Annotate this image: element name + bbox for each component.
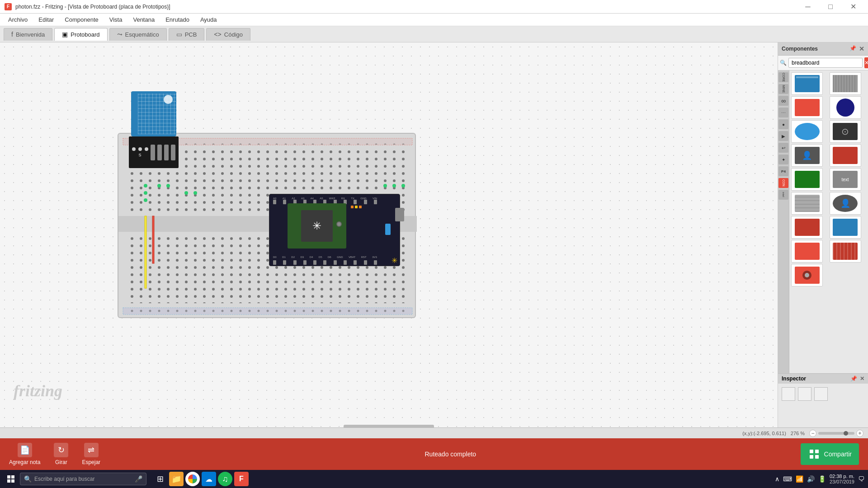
cat-play[interactable]: ▶ <box>778 131 788 141</box>
menu-archivo[interactable]: Archivo <box>4 14 32 25</box>
taskbar-chrome[interactable] <box>185 472 200 486</box>
menu-componente[interactable]: Componente <box>60 14 103 25</box>
inspector-swatch-3[interactable] <box>814 387 828 401</box>
cat-intel[interactable]: intel <box>778 190 788 200</box>
menu-editar[interactable]: Editar <box>34 14 58 25</box>
taskbar-fritzing[interactable]: F <box>234 472 249 486</box>
tab-icon-esquematico: ⤳ <box>117 31 123 38</box>
svg-rect-61 <box>145 216 146 288</box>
windows-square-3 <box>7 479 10 483</box>
cat-p4[interactable]: P4 <box>778 166 788 176</box>
window-controls: ─ □ ✕ <box>797 0 863 14</box>
components-close-icon[interactable]: ✕ <box>859 45 864 52</box>
tab-codigo[interactable]: <> Código <box>206 28 250 41</box>
menu-vista[interactable]: Vista <box>105 14 127 25</box>
tray-network-icon[interactable]: 📶 <box>796 475 803 483</box>
zoom-in-button[interactable]: + <box>856 430 863 437</box>
taskbar-tray: ∧ ⌨ 📶 🔊 🔋 02:38 p. m. 23/07/2019 🗨 <box>775 474 864 484</box>
close-button[interactable]: ✕ <box>843 0 863 14</box>
comp-item-13[interactable] <box>791 216 823 239</box>
fritzing-logo: fritzing <box>14 381 62 400</box>
tray-battery-icon[interactable]: 🔋 <box>818 475 826 483</box>
tab-protoboard[interactable]: ▣ Protoboard <box>54 28 107 41</box>
espejar-icon: ⇌ <box>84 443 99 457</box>
inspector-close-icon[interactable]: ✕ <box>860 375 864 382</box>
comp-item-16[interactable] <box>830 240 861 263</box>
components-panel-header: Componentes 📌 ✕ <box>778 42 868 56</box>
comp-item-1[interactable] <box>791 72 823 95</box>
comp-item-15[interactable] <box>791 240 823 263</box>
taskbar-onedrive[interactable]: ☁ <box>202 472 216 486</box>
comp-item-8[interactable] <box>830 144 861 167</box>
girar-button[interactable]: ↻ Girar <box>54 443 68 465</box>
tray-chevron-icon[interactable]: ∧ <box>775 475 779 483</box>
svg-point-72 <box>401 184 405 188</box>
tab-esquematico[interactable]: ⤳ Esquemático <box>109 28 167 41</box>
share-button[interactable]: Compartir <box>801 443 859 465</box>
agregar-nota-button[interactable]: 📄 Agregar nota <box>9 443 40 465</box>
app-icon: F <box>5 3 12 10</box>
system-clock[interactable]: 02:38 p. m. 23/07/2019 <box>830 474 854 484</box>
components-grid: ⊙ 👤 text 👤 <box>789 70 868 373</box>
comp-item-2[interactable] <box>830 72 861 95</box>
comp-item-3[interactable] <box>791 96 823 119</box>
cat-mine[interactable]: MINE <box>778 84 788 94</box>
dht-sensor[interactable]: S <box>127 91 181 168</box>
inspector-swatch-2[interactable] <box>798 387 811 401</box>
canvas-area[interactable]: A B C D E F G H I J 5 10 15 20 25 30 5 1… <box>0 42 778 427</box>
dht-pin-3 <box>164 145 169 160</box>
svg-point-67 <box>144 184 147 188</box>
cat-contrib[interactable]: CON <box>778 178 788 188</box>
inspector-swatch-1[interactable] <box>782 387 795 401</box>
menu-ventana[interactable]: Ventana <box>128 14 159 25</box>
search-button[interactable]: ✕ <box>864 57 868 68</box>
comp-item-11[interactable] <box>791 192 823 215</box>
comp-item-12[interactable]: 👤 <box>830 192 861 215</box>
photon-chip: ✳ <box>301 210 333 242</box>
zoom-out-button[interactable]: − <box>809 430 816 437</box>
svg-point-65 <box>184 191 188 195</box>
tab-bienvenida[interactable]: f Bienvenida <box>4 28 52 41</box>
cat-core[interactable]: CORE <box>778 72 788 82</box>
components-pin-icon[interactable]: 📌 <box>849 45 856 52</box>
cat-back[interactable]: ↩ <box>778 143 788 153</box>
cat-arduino[interactable]: ∞ <box>778 96 788 106</box>
comp-item-14[interactable] <box>830 216 861 239</box>
comp-item-6[interactable]: ⊙ <box>830 120 861 143</box>
menu-ayuda[interactable]: Ayuda <box>196 14 222 25</box>
taskbar-taskview[interactable]: ⊞ <box>153 472 167 486</box>
tray-volume-icon[interactable]: 🔊 <box>807 475 815 483</box>
comp-item-9[interactable] <box>791 168 823 191</box>
start-button[interactable] <box>4 472 18 486</box>
tray-notification-icon[interactable]: 🗨 <box>858 475 864 483</box>
tray-keyboard-icon[interactable]: ⌨ <box>783 475 792 483</box>
agregar-nota-label: Agregar nota <box>9 459 40 465</box>
maximize-button[interactable]: □ <box>820 0 841 14</box>
components-search-input[interactable] <box>788 58 863 68</box>
photon-usb-connector <box>395 208 404 221</box>
cat-sparkfun[interactable]: ⋯ <box>778 108 788 117</box>
taskbar-spotify[interactable]: ♫ <box>218 472 232 486</box>
zoom-slider[interactable] <box>818 432 854 435</box>
statusbar: (x,y):(-2.695, 0.611) 276 % − + <box>0 427 868 438</box>
inspector-pin-icon[interactable]: 📌 <box>850 375 857 382</box>
taskbar-search[interactable]: 🔍 Escribe aquí para buscar 🎤 <box>20 473 146 485</box>
comp-item-17[interactable] <box>791 264 823 286</box>
canvas-resize-handle[interactable] <box>344 425 434 427</box>
tab-pcb[interactable]: ▭ PCB <box>169 28 205 41</box>
svg-rect-75 <box>810 455 813 459</box>
cat-adafruit[interactable]: ● <box>778 119 788 129</box>
comp-item-7[interactable]: 👤 <box>791 144 823 167</box>
menu-enrutado[interactable]: Enrutado <box>161 14 194 25</box>
comp-item-5[interactable] <box>791 120 823 143</box>
cat-fab[interactable]: ✦ <box>778 155 788 164</box>
svg-rect-76 <box>815 455 819 459</box>
taskbar-explorer[interactable]: 📁 <box>169 472 184 486</box>
taskbar-mic-icon[interactable]: 🎤 <box>135 475 142 483</box>
zoom-control: − + <box>809 430 863 437</box>
comp-item-4[interactable] <box>830 96 861 119</box>
minimize-button[interactable]: ─ <box>797 0 818 14</box>
comp-item-10[interactable]: text <box>830 168 861 191</box>
espejar-button[interactable]: ⇌ Espejar <box>82 443 100 465</box>
photon-board[interactable]: A0 A1 A2 A3 A4 A5 WKP RX TX GND VIN <box>269 194 400 266</box>
